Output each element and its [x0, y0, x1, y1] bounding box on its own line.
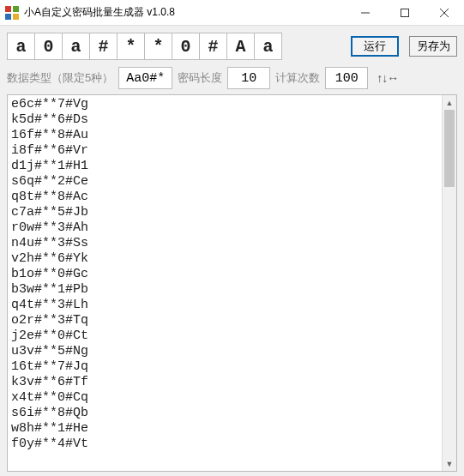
type-cell-7[interactable]: # [199, 33, 227, 60]
type-cell-8[interactable]: A [226, 33, 255, 60]
svg-rect-1 [13, 6, 19, 12]
sort-arrows-icon[interactable]: ↑↓↔ [377, 71, 398, 85]
window-title: 小A自定义密码批量生成器 v1.0.8 [24, 5, 346, 20]
scroll-thumb[interactable] [444, 110, 455, 187]
svg-rect-3 [13, 14, 19, 20]
pwd-length-label: 密码长度 [178, 70, 222, 86]
calc-count-field[interactable]: 100 [325, 67, 368, 89]
scroll-up-icon[interactable]: ▲ [443, 95, 456, 110]
type-cell-0[interactable]: a [7, 33, 35, 60]
maximize-button[interactable] [385, 0, 425, 25]
type-cell-5[interactable]: * [144, 33, 172, 60]
output-area: e6c#**7#Vg k5d#**6#Ds 16f#**8#Au i8f#**6… [7, 94, 457, 472]
output-text[interactable]: e6c#**7#Vg k5d#**6#Ds 16f#**8#Au i8f#**6… [8, 95, 442, 471]
type-toolbar: a0a#**0#Aa 运行 另存为 [0, 26, 464, 65]
svg-rect-2 [5, 14, 11, 20]
scroll-down-icon[interactable]: ▼ [443, 456, 456, 471]
type-cell-4[interactable]: * [117, 33, 145, 60]
close-button[interactable] [425, 0, 464, 25]
save-as-button[interactable]: 另存为 [409, 36, 457, 57]
scrollbar[interactable]: ▲ ▼ [442, 95, 456, 471]
titlebar: 小A自定义密码批量生成器 v1.0.8 [0, 0, 464, 26]
data-type-label: 数据类型（限定5种） [7, 70, 113, 86]
type-cell-6[interactable]: 0 [172, 33, 200, 60]
type-cell-3[interactable]: # [89, 33, 118, 60]
app-icon [5, 6, 19, 20]
svg-rect-0 [5, 6, 11, 12]
type-cell-2[interactable]: a [62, 33, 90, 60]
type-cell-9[interactable]: a [254, 33, 282, 60]
minimize-button[interactable] [346, 0, 385, 25]
type-cell-1[interactable]: 0 [34, 33, 63, 60]
calc-count-label: 计算次数 [275, 70, 320, 86]
svg-rect-5 [401, 9, 409, 16]
settings-row: 数据类型（限定5种） Aa0#* 密码长度 10 计算次数 100 ↑↓↔ [0, 65, 464, 94]
window-controls [346, 0, 464, 25]
data-type-field[interactable]: Aa0#* [118, 67, 172, 89]
run-button[interactable]: 运行 [351, 36, 399, 57]
pwd-length-field[interactable]: 10 [227, 67, 270, 89]
